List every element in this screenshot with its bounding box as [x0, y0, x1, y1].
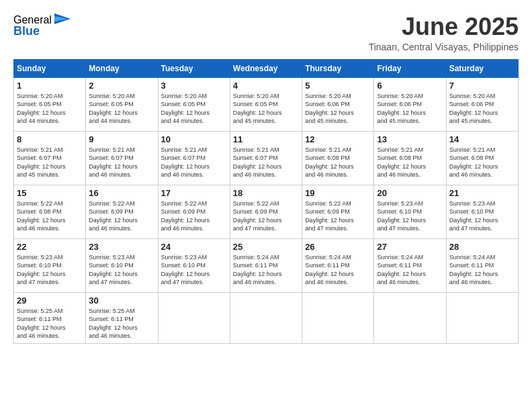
- calendar-week-row: 29Sunrise: 5:25 AM Sunset: 6:11 PM Dayli…: [14, 292, 519, 343]
- day-number: 14: [449, 134, 515, 144]
- day-info: Sunrise: 5:21 AM Sunset: 6:08 PM Dayligh…: [377, 146, 443, 179]
- day-info: Sunrise: 5:20 AM Sunset: 6:05 PM Dayligh…: [233, 92, 299, 126]
- logo-blue: Blue: [13, 24, 40, 38]
- day-info: Sunrise: 5:21 AM Sunset: 6:07 PM Dayligh…: [161, 146, 227, 179]
- day-info: Sunrise: 5:20 AM Sunset: 6:05 PM Dayligh…: [17, 92, 83, 126]
- day-info: Sunrise: 5:25 AM Sunset: 6:11 PM Dayligh…: [17, 307, 83, 340]
- table-row: [374, 292, 446, 343]
- header-friday: Friday: [374, 59, 446, 77]
- day-info: Sunrise: 5:21 AM Sunset: 6:07 PM Dayligh…: [89, 146, 154, 179]
- header-monday: Monday: [86, 59, 158, 77]
- page: General Blue June 2025 Tinaan, Central V…: [0, 0, 532, 411]
- day-info: Sunrise: 5:24 AM Sunset: 6:11 PM Dayligh…: [449, 253, 515, 287]
- day-info: Sunrise: 5:24 AM Sunset: 6:11 PM Dayligh…: [305, 253, 371, 287]
- day-number: 21: [449, 188, 515, 198]
- table-row: 9Sunrise: 5:21 AM Sunset: 6:07 PM Daylig…: [86, 131, 158, 185]
- table-row: 27Sunrise: 5:24 AM Sunset: 6:11 PM Dayli…: [374, 238, 446, 292]
- table-row: 12Sunrise: 5:21 AM Sunset: 6:08 PM Dayli…: [302, 131, 374, 185]
- table-row: 28Sunrise: 5:24 AM Sunset: 6:11 PM Dayli…: [446, 238, 518, 292]
- day-info: Sunrise: 5:23 AM Sunset: 6:10 PM Dayligh…: [449, 199, 515, 233]
- day-info: Sunrise: 5:20 AM Sunset: 6:06 PM Dayligh…: [305, 92, 371, 126]
- day-info: Sunrise: 5:20 AM Sunset: 6:06 PM Dayligh…: [377, 92, 443, 126]
- table-row: [446, 292, 518, 343]
- table-row: 17Sunrise: 5:22 AM Sunset: 6:09 PM Dayli…: [158, 185, 230, 238]
- day-number: 8: [17, 134, 83, 144]
- table-row: 20Sunrise: 5:23 AM Sunset: 6:10 PM Dayli…: [374, 185, 446, 238]
- day-number: 16: [89, 188, 154, 198]
- day-number: 20: [377, 188, 443, 198]
- day-number: 11: [233, 134, 299, 144]
- table-row: 8Sunrise: 5:21 AM Sunset: 6:07 PM Daylig…: [14, 131, 86, 185]
- table-row: 5Sunrise: 5:20 AM Sunset: 6:06 PM Daylig…: [302, 77, 374, 131]
- day-info: Sunrise: 5:20 AM Sunset: 6:05 PM Dayligh…: [161, 92, 227, 126]
- day-number: 6: [377, 81, 443, 91]
- day-number: 19: [305, 188, 371, 198]
- table-row: 11Sunrise: 5:21 AM Sunset: 6:07 PM Dayli…: [230, 131, 302, 185]
- table-row: 2Sunrise: 5:20 AM Sunset: 6:05 PM Daylig…: [86, 77, 158, 131]
- day-number: 2: [89, 81, 154, 91]
- day-number: 5: [305, 81, 371, 91]
- day-info: Sunrise: 5:21 AM Sunset: 6:07 PM Dayligh…: [233, 146, 299, 179]
- day-number: 1: [17, 81, 83, 91]
- day-info: Sunrise: 5:23 AM Sunset: 6:10 PM Dayligh…: [377, 199, 443, 233]
- header-saturday: Saturday: [446, 59, 518, 77]
- day-number: 26: [305, 242, 371, 252]
- day-number: 24: [161, 242, 227, 252]
- day-info: Sunrise: 5:21 AM Sunset: 6:08 PM Dayligh…: [449, 146, 515, 179]
- table-row: 29Sunrise: 5:25 AM Sunset: 6:11 PM Dayli…: [14, 292, 86, 343]
- day-number: 10: [161, 134, 227, 144]
- day-number: 30: [89, 295, 154, 306]
- day-number: 4: [233, 81, 299, 91]
- table-row: 22Sunrise: 5:23 AM Sunset: 6:10 PM Dayli…: [14, 238, 86, 292]
- table-row: 23Sunrise: 5:23 AM Sunset: 6:10 PM Dayli…: [86, 238, 158, 292]
- logo-flag-icon: [54, 13, 71, 27]
- day-info: Sunrise: 5:25 AM Sunset: 6:11 PM Dayligh…: [89, 307, 154, 340]
- day-number: 12: [305, 134, 371, 144]
- day-info: Sunrise: 5:23 AM Sunset: 6:10 PM Dayligh…: [17, 253, 83, 287]
- calendar-header-row: Sunday Monday Tuesday Wednesday Thursday…: [14, 59, 519, 77]
- day-info: Sunrise: 5:24 AM Sunset: 6:11 PM Dayligh…: [233, 253, 299, 287]
- table-row: 10Sunrise: 5:21 AM Sunset: 6:07 PM Dayli…: [158, 131, 230, 185]
- day-number: 7: [449, 81, 515, 91]
- header: General Blue June 2025 Tinaan, Central V…: [13, 13, 519, 52]
- table-row: 1Sunrise: 5:20 AM Sunset: 6:05 PM Daylig…: [14, 77, 86, 131]
- day-number: 22: [17, 242, 83, 252]
- day-number: 27: [377, 242, 443, 252]
- day-info: Sunrise: 5:22 AM Sunset: 6:09 PM Dayligh…: [161, 199, 227, 233]
- day-number: 29: [17, 295, 83, 306]
- header-wednesday: Wednesday: [230, 59, 302, 77]
- table-row: 7Sunrise: 5:20 AM Sunset: 6:06 PM Daylig…: [446, 77, 518, 131]
- title-block: June 2025 Tinaan, Central Visayas, Phili…: [369, 13, 519, 52]
- table-row: 14Sunrise: 5:21 AM Sunset: 6:08 PM Dayli…: [446, 131, 518, 185]
- header-tuesday: Tuesday: [158, 59, 230, 77]
- calendar-table: Sunday Monday Tuesday Wednesday Thursday…: [13, 59, 519, 344]
- day-number: 9: [89, 134, 154, 144]
- day-info: Sunrise: 5:20 AM Sunset: 6:05 PM Dayligh…: [89, 92, 154, 126]
- day-info: Sunrise: 5:24 AM Sunset: 6:11 PM Dayligh…: [377, 253, 443, 287]
- header-sunday: Sunday: [14, 59, 86, 77]
- table-row: 24Sunrise: 5:23 AM Sunset: 6:10 PM Dayli…: [158, 238, 230, 292]
- day-number: 17: [161, 188, 227, 198]
- table-row: 4Sunrise: 5:20 AM Sunset: 6:05 PM Daylig…: [230, 77, 302, 131]
- table-row: [230, 292, 302, 343]
- day-number: 28: [449, 242, 515, 252]
- day-info: Sunrise: 5:21 AM Sunset: 6:08 PM Dayligh…: [305, 146, 371, 179]
- table-row: [302, 292, 374, 343]
- calendar-week-row: 15Sunrise: 5:22 AM Sunset: 6:08 PM Dayli…: [14, 185, 519, 238]
- day-info: Sunrise: 5:22 AM Sunset: 6:09 PM Dayligh…: [305, 199, 371, 233]
- day-number: 23: [89, 242, 154, 252]
- table-row: 19Sunrise: 5:22 AM Sunset: 6:09 PM Dayli…: [302, 185, 374, 238]
- table-row: 13Sunrise: 5:21 AM Sunset: 6:08 PM Dayli…: [374, 131, 446, 185]
- day-number: 3: [161, 81, 227, 91]
- table-row: 26Sunrise: 5:24 AM Sunset: 6:11 PM Dayli…: [302, 238, 374, 292]
- logo: General Blue: [13, 13, 71, 38]
- table-row: 6Sunrise: 5:20 AM Sunset: 6:06 PM Daylig…: [374, 77, 446, 131]
- location-title: Tinaan, Central Visayas, Philippines: [369, 42, 519, 52]
- table-row: 25Sunrise: 5:24 AM Sunset: 6:11 PM Dayli…: [230, 238, 302, 292]
- month-title: June 2025: [369, 13, 519, 40]
- table-row: [158, 292, 230, 343]
- day-number: 15: [17, 188, 83, 198]
- table-row: 21Sunrise: 5:23 AM Sunset: 6:10 PM Dayli…: [446, 185, 518, 238]
- day-info: Sunrise: 5:23 AM Sunset: 6:10 PM Dayligh…: [161, 253, 227, 287]
- day-number: 13: [377, 134, 443, 144]
